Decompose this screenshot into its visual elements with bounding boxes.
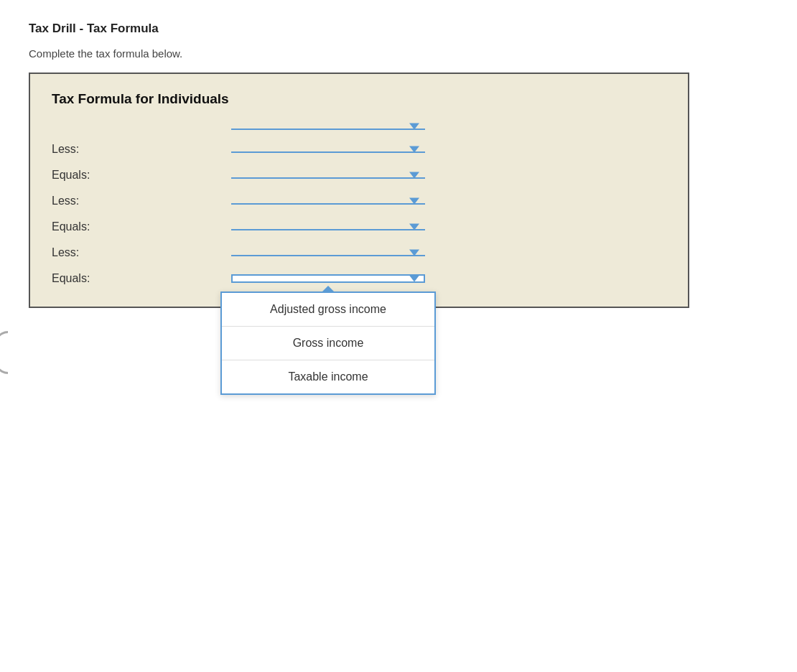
formula-row-7: Equals: Adjusted gross income Gross inco…	[52, 272, 666, 285]
row5-trigger[interactable]	[231, 223, 425, 230]
row6-trigger[interactable]	[231, 249, 425, 256]
formula-row-6: Less:	[52, 246, 666, 259]
row7-trigger[interactable]	[231, 274, 425, 283]
formula-row-1	[52, 123, 666, 130]
row1-trigger[interactable]	[231, 123, 425, 130]
instruction-text: Complete the tax formula below.	[29, 47, 768, 60]
row6-dropdown[interactable]	[231, 249, 425, 256]
row5-label: Equals:	[52, 220, 131, 233]
formula-row-4: Less:	[52, 195, 666, 207]
row3-label: Equals:	[52, 169, 131, 182]
dropdown-popup: Adjusted gross income Gross income Taxab…	[220, 291, 436, 395]
row7-label: Equals:	[52, 272, 131, 285]
row4-label: Less:	[52, 195, 131, 207]
row1-dropdown[interactable]	[231, 123, 425, 130]
row5-dropdown[interactable]	[231, 223, 425, 230]
decorative-circle	[0, 331, 24, 374]
formula-box: Tax Formula for Individuals Less: Equals…	[29, 73, 689, 308]
row7-dropdown[interactable]: Adjusted gross income Gross income Taxab…	[231, 274, 425, 283]
page-title: Tax Drill - Tax Formula	[29, 22, 768, 36]
row6-label: Less:	[52, 246, 131, 259]
row3-dropdown[interactable]	[231, 172, 425, 179]
row3-trigger[interactable]	[231, 172, 425, 179]
row2-trigger[interactable]	[231, 146, 425, 153]
formula-row-5: Equals:	[52, 220, 666, 233]
formula-box-title: Tax Formula for Individuals	[52, 91, 666, 107]
dropdown-option-taxable-income[interactable]: Taxable income	[222, 360, 434, 393]
dropdown-option-adjusted-gross-income[interactable]: Adjusted gross income	[222, 293, 434, 327]
row4-dropdown[interactable]	[231, 197, 425, 205]
formula-row-2: Less:	[52, 143, 666, 156]
formula-row-3: Equals:	[52, 169, 666, 182]
row2-label: Less:	[52, 143, 131, 156]
row2-dropdown[interactable]	[231, 146, 425, 153]
row4-trigger[interactable]	[231, 197, 425, 205]
dropdown-option-gross-income[interactable]: Gross income	[222, 327, 434, 360]
